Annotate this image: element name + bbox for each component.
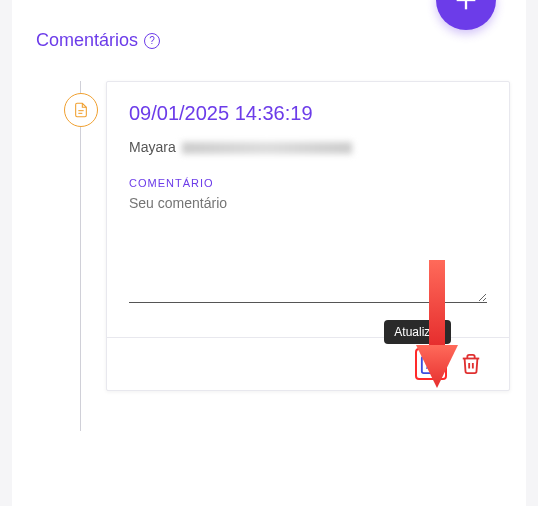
card-footer: Atualizar [107,337,509,390]
edit-tooltip: Atualizar [384,320,451,344]
add-button[interactable] [436,0,496,30]
edit-button[interactable]: Atualizar [415,348,447,380]
comment-card: 09/01/2025 14:36:19 Mayara COMENTÁRIO At… [106,81,510,391]
timeline-badge [64,93,98,127]
author-email-redacted [182,142,352,154]
file-icon [73,102,89,118]
plus-icon [452,0,480,14]
comment-textarea[interactable] [129,193,487,303]
trash-icon [460,353,482,375]
section-title: Comentários [36,30,138,51]
author-name: Mayara [129,139,176,155]
delete-button[interactable] [455,348,487,380]
comment-author: Mayara [129,139,487,155]
edit-icon [420,353,442,375]
timeline: 09/01/2025 14:36:19 Mayara COMENTÁRIO At… [36,81,510,391]
timeline-line [80,81,81,431]
section-header: Comentários ? [36,30,510,51]
comment-timestamp: 09/01/2025 14:36:19 [129,102,487,125]
help-icon[interactable]: ? [144,33,160,49]
comment-field-label: COMENTÁRIO [129,177,487,189]
